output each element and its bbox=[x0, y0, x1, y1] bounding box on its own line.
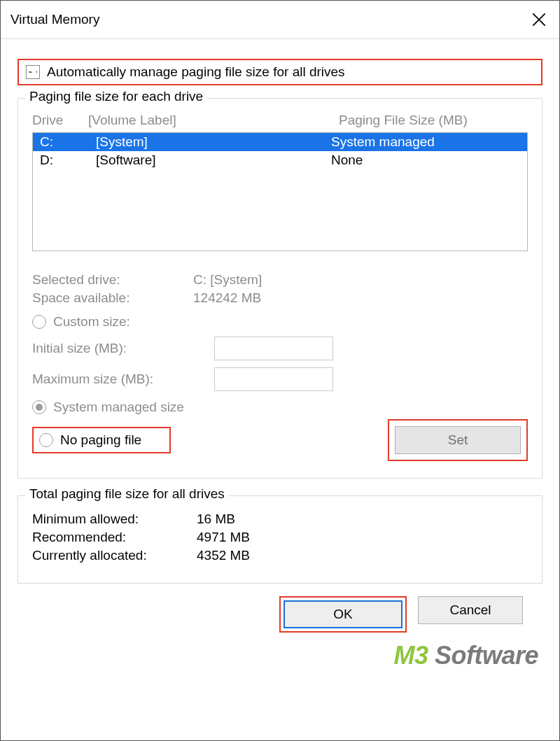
selected-drive-value: C: [System] bbox=[193, 272, 528, 288]
set-button[interactable]: Set bbox=[395, 426, 521, 454]
selected-drive-info: Selected drive: C: [System] Space availa… bbox=[32, 272, 528, 306]
totals-legend: Total paging file size for all drives bbox=[25, 486, 229, 502]
system-managed-radio[interactable] bbox=[32, 400, 46, 414]
maximum-size-input[interactable] bbox=[214, 367, 333, 391]
virtual-memory-dialog: Virtual Memory Automatically manage pagi… bbox=[0, 0, 560, 741]
system-managed-label: System managed size bbox=[53, 400, 184, 415]
watermark-m3: M3 bbox=[393, 641, 428, 670]
space-available-label: Space available: bbox=[32, 290, 193, 306]
totals-group: Total paging file size for all drives Mi… bbox=[18, 495, 542, 584]
drive-list-header: Drive [Volume Label] Paging File Size (M… bbox=[32, 110, 528, 132]
ok-button[interactable]: OK bbox=[284, 600, 402, 628]
drive-listbox[interactable]: C: [System] System managed D: [Software]… bbox=[32, 132, 528, 251]
no-paging-highlight: No paging file bbox=[32, 427, 171, 453]
recommended-label: Recommended: bbox=[32, 530, 197, 545]
system-managed-radio-row[interactable]: System managed size bbox=[32, 400, 528, 415]
currently-allocated-value: 4352 MB bbox=[197, 548, 528, 563]
maximum-size-label: Maximum size (MB): bbox=[32, 372, 214, 387]
paging-per-drive-legend: Paging file size for each drive bbox=[25, 89, 207, 104]
size-cell: None bbox=[331, 153, 520, 168]
header-size: Paging File Size (MB) bbox=[339, 113, 528, 128]
drive-cell: D: bbox=[40, 153, 96, 168]
selected-drive-label: Selected drive: bbox=[32, 272, 193, 288]
min-allowed-value: 16 MB bbox=[197, 511, 528, 527]
list-item[interactable]: C: [System] System managed bbox=[33, 133, 527, 151]
initial-size-label: Initial size (MB): bbox=[32, 341, 214, 356]
no-paging-radio[interactable] bbox=[39, 433, 53, 447]
custom-size-radio[interactable] bbox=[32, 315, 46, 329]
header-drive: Drive bbox=[32, 113, 88, 128]
watermark-software: Software bbox=[428, 641, 538, 670]
volume-cell: [Software] bbox=[96, 153, 331, 168]
ok-button-highlight: OK bbox=[279, 596, 407, 633]
currently-allocated-label: Currently allocated: bbox=[32, 548, 197, 563]
drive-cell: C: bbox=[40, 134, 96, 150]
auto-manage-checkbox[interactable] bbox=[26, 65, 40, 79]
space-available-value: 124242 MB bbox=[193, 290, 528, 306]
dialog-buttons: OK Cancel bbox=[18, 584, 542, 635]
auto-manage-label: Automatically manage paging file size fo… bbox=[47, 64, 345, 80]
client-area: Automatically manage paging file size fo… bbox=[1, 39, 559, 740]
list-item[interactable]: D: [Software] None bbox=[33, 151, 527, 169]
close-icon[interactable] bbox=[530, 10, 548, 29]
auto-manage-highlight: Automatically manage paging file size fo… bbox=[18, 59, 542, 85]
size-cell: System managed bbox=[331, 134, 520, 150]
no-paging-label: No paging file bbox=[60, 432, 141, 448]
min-allowed-label: Minimum allowed: bbox=[32, 511, 197, 527]
titlebar: Virtual Memory bbox=[1, 1, 559, 39]
volume-cell: [System] bbox=[96, 134, 331, 150]
header-volume: [Volume Label] bbox=[88, 113, 339, 128]
cancel-button[interactable]: Cancel bbox=[418, 596, 523, 624]
paging-per-drive-group: Paging file size for each drive Drive [V… bbox=[18, 98, 542, 479]
watermark: M3 Software bbox=[393, 641, 538, 670]
initial-size-input[interactable] bbox=[214, 337, 333, 360]
custom-size-radio-row[interactable]: Custom size: bbox=[32, 314, 528, 330]
custom-size-label: Custom size: bbox=[53, 314, 130, 330]
window-title: Virtual Memory bbox=[10, 12, 99, 27]
set-button-highlight: Set bbox=[388, 419, 528, 461]
recommended-value: 4971 MB bbox=[197, 530, 528, 545]
